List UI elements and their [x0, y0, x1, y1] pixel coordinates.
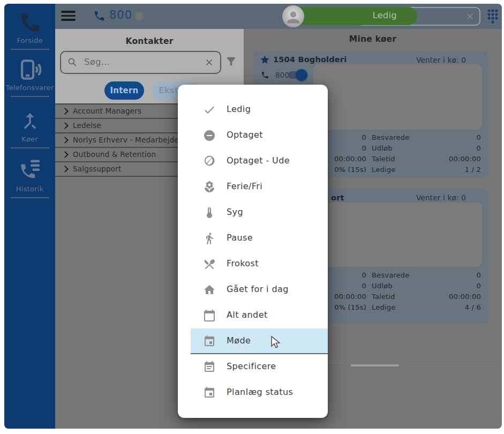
- restaurant-icon: [203, 258, 216, 271]
- contact-group-label: Ledelse: [73, 119, 101, 132]
- chevron-right-icon: [62, 108, 69, 115]
- contact-group-label: Account Managers: [73, 104, 141, 118]
- sidebar-divider: [11, 96, 49, 97]
- extension-number: 800: [109, 9, 132, 21]
- stat-label: Udløb: [372, 144, 393, 152]
- status-menu-item-ferie-fri[interactable]: Ferie/Fri: [178, 174, 328, 200]
- filter-icon[interactable]: [225, 55, 237, 68]
- status-menu-item-optaget[interactable]: Optaget: [178, 123, 328, 148]
- status-menu-item-label: Optaget: [227, 130, 263, 140]
- stat-label: Taletid: [372, 155, 395, 163]
- contact-group-label: Norlys Erhverv - Medarbejdere: [73, 133, 186, 147]
- status-dot: [135, 12, 144, 20]
- status-label: Ledig: [372, 10, 397, 20]
- contacts-title: Kontakter: [55, 36, 244, 46]
- status-menu-item-specificere[interactable]: Specificere: [178, 354, 328, 380]
- stat-value-right: 4 / 6: [465, 303, 481, 311]
- person-icon: [284, 9, 302, 26]
- star-icon[interactable]: [260, 55, 270, 65]
- check-icon: [203, 103, 216, 116]
- search-placeholder: Søg...: [84, 57, 110, 67]
- status-menu-item-planlæg-status[interactable]: Planlæg status: [178, 380, 328, 406]
- stat-value-left: 0: [362, 282, 366, 290]
- queue-title: ort: [331, 193, 344, 202]
- sidebar-icon-wrap: [4, 57, 55, 82]
- status-menu-item-pause[interactable]: Pause: [178, 226, 328, 251]
- drag-handle[interactable]: [351, 364, 399, 366]
- status-dropdown-button[interactable]: Ledig: [289, 7, 417, 25]
- stat-value-right: 0: [477, 282, 481, 290]
- status-menu-item-label: Alt andet: [227, 310, 268, 320]
- chevron-down-icon: [402, 14, 410, 19]
- mouse-cursor: [270, 336, 283, 350]
- sidebar-item-telefonsvarer[interactable]: Telefonsvarer: [4, 57, 55, 97]
- status-menu-item-syg[interactable]: Syg: [178, 200, 328, 226]
- filter-button-intern[interactable]: Intern: [104, 81, 144, 100]
- sidebar-icon-wrap: [4, 155, 55, 183]
- clear-icon[interactable]: [205, 58, 214, 67]
- stat-label: Taletid: [372, 293, 395, 301]
- status-menu-item-frokost[interactable]: Frokost: [178, 251, 328, 277]
- stat-label: Ledige: [372, 303, 395, 311]
- status-menu-item-label: Specificere: [227, 361, 276, 371]
- queue-chart-placeholder: [313, 203, 482, 267]
- queue-waiting-count: Venter i kø: 0: [416, 193, 466, 202]
- status-menu-item-optaget-ude[interactable]: Optaget - Ude: [178, 148, 328, 174]
- chevron-right-icon: [62, 166, 69, 173]
- topbar: 800 Ledig Søg...: [55, 4, 502, 29]
- sidebar-item-historik[interactable]: Historik: [4, 155, 55, 198]
- sidebar-item-køer[interactable]: Køer: [4, 109, 55, 148]
- status-menu-item-label: Planlæg status: [227, 387, 293, 397]
- stat-label: Udløb: [372, 282, 393, 290]
- stat-value-left: 0% (15s): [334, 166, 366, 174]
- flower-icon: [203, 181, 216, 193]
- stat-label: Besvarede: [372, 133, 409, 141]
- stat-value-left: 00:00:00: [334, 293, 366, 301]
- sidebar: ForsideTelefonsvarerKøerHistorik: [4, 4, 55, 429]
- sidebar-icon-wrap: [4, 109, 55, 133]
- stat-value-right: 1 / 2: [465, 166, 481, 174]
- stat-value-left: 00:00:00: [334, 155, 366, 163]
- block-icon: [203, 155, 216, 168]
- contact-group-label: Salgssupport: [73, 162, 121, 176]
- sidebar-item-label: Køer: [4, 135, 55, 143]
- merge-arrows-icon: [19, 110, 41, 132]
- sidebar-divider: [11, 147, 49, 148]
- status-menu-item-label: Ferie/Fri: [227, 181, 262, 191]
- sidebar-divider: [11, 197, 49, 198]
- contact-group-label: Outbound & Retention: [73, 148, 156, 161]
- walk-icon: [203, 232, 216, 245]
- dialpad-icon[interactable]: [486, 8, 499, 25]
- thermometer-icon: [203, 206, 216, 219]
- stat-value-right: 00:00:00: [449, 293, 481, 301]
- stat-value-left: 0: [362, 271, 366, 279]
- stat-value-left: 0% (15s): [334, 303, 366, 311]
- event-note-icon: [203, 361, 216, 373]
- contacts-search-input[interactable]: Søg...: [60, 51, 221, 74]
- chevron-right-icon: [62, 151, 69, 158]
- queue-waiting-count: Venter i kø: 0: [416, 56, 466, 64]
- clear-icon[interactable]: [466, 12, 474, 20]
- hamburger-menu-icon[interactable]: [61, 11, 76, 23]
- status-menu-item-ledig[interactable]: Ledig: [178, 97, 328, 123]
- status-menu-item-alt-andet[interactable]: Alt andet: [178, 303, 328, 328]
- phone-icon: [19, 11, 41, 34]
- do-not-disturb-icon: [203, 129, 216, 142]
- event-icon: [203, 335, 216, 348]
- status-menu-item-label: Ledig: [227, 104, 251, 114]
- stat-value-right: 0: [477, 133, 481, 141]
- voicemail-phone-icon: [19, 58, 41, 81]
- stat-value-right: 0: [477, 144, 481, 152]
- phone-icon: [93, 10, 106, 22]
- avatar[interactable]: [282, 5, 304, 27]
- status-menu-item-label: Gået for i dag: [227, 284, 289, 294]
- queue-toggle-primary[interactable]: [287, 69, 307, 81]
- chevron-right-icon: [62, 137, 69, 144]
- status-menu-item-gået-for-i-dag[interactable]: Gået for i dag: [178, 277, 328, 303]
- sidebar-item-forside[interactable]: Forside: [4, 10, 55, 50]
- event-icon: [203, 386, 216, 399]
- status-menu-item-label: Optaget - Ude: [227, 155, 290, 166]
- queues-title: Mine køer: [244, 34, 502, 44]
- status-menu-item-møde[interactable]: Møde: [191, 328, 328, 354]
- app-frame: ForsideTelefonsvarerKøerHistorik 800 Led…: [4, 4, 502, 429]
